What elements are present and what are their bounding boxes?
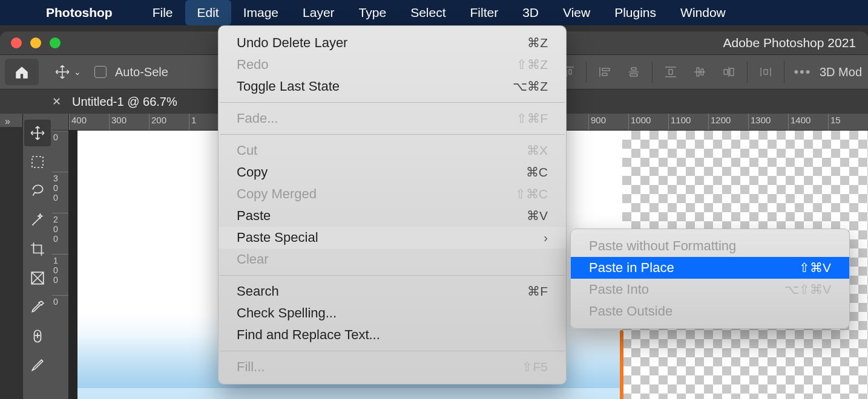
- ruler-tick: 300: [109, 114, 149, 130]
- menu-item-toggle-last-state[interactable]: Toggle Last State⌥⌘Z: [219, 76, 566, 97]
- ruler-origin[interactable]: [52, 114, 69, 131]
- ruler-tick: 15: [828, 114, 868, 130]
- distribute-spacing-icon[interactable]: [751, 60, 780, 84]
- menu-item-label: Paste without Formatting: [589, 238, 736, 254]
- menubar-item-3d[interactable]: 3D: [510, 0, 551, 25]
- menu-item-label: Paste in Place: [589, 260, 674, 276]
- menubar-item-window[interactable]: Window: [668, 0, 738, 25]
- menu-item-label: Cut: [237, 143, 257, 158]
- menu-item-check-spelling[interactable]: Check Spelling...: [219, 302, 566, 324]
- ruler-tick: 0: [52, 295, 68, 336]
- menu-item-shortcut: ⌘X: [527, 143, 548, 158]
- menu-separator: [220, 102, 565, 103]
- menu-item-shortcut: ⌘C: [526, 165, 548, 180]
- brush-tool[interactable]: [24, 352, 51, 378]
- align-center-h-icon[interactable]: [619, 60, 648, 84]
- ruler-tick: 1200: [708, 114, 748, 130]
- paste-special-submenu: Paste without FormattingPaste in Place⇧⌘…: [570, 229, 850, 329]
- menu-item-paste-in-place[interactable]: Paste in Place⇧⌘V: [571, 257, 849, 279]
- menu-item-shortcut: ⇧⌘C: [515, 187, 548, 201]
- menubar-item-file[interactable]: File: [140, 0, 185, 25]
- menu-item-shortcut: ⌥⇧⌘V: [784, 282, 831, 297]
- document-tab-close[interactable]: ✕: [52, 95, 61, 108]
- app-name[interactable]: Photoshop: [46, 5, 113, 20]
- home-button[interactable]: [5, 59, 39, 85]
- menu-item-shortcut: ⇧⌘F: [516, 111, 548, 126]
- menu-item-label: Fill...: [237, 359, 265, 375]
- menu-item-paste-special[interactable]: Paste Special›: [219, 227, 566, 248]
- menu-item-fill: Fill...⇧F5: [219, 356, 566, 378]
- menubar-item-image[interactable]: Image: [231, 0, 291, 25]
- menu-item-shortcut: ⇧⌘V: [799, 261, 831, 275]
- ruler-tick: 400: [69, 114, 109, 130]
- menu-separator: [220, 134, 565, 135]
- menu-item-paste-outside: Paste Outside: [571, 300, 849, 322]
- ruler-tick: 900: [588, 114, 628, 130]
- menu-item-shortcut: ⌘V: [527, 209, 548, 223]
- distribute-bottom-icon[interactable]: [714, 60, 743, 84]
- panel-collapse-strip[interactable]: »: [0, 114, 23, 127]
- menubar-item-select[interactable]: Select: [398, 0, 458, 25]
- menu-item-label: Check Spelling...: [237, 305, 337, 321]
- active-tool-indicator[interactable]: ⌄: [54, 64, 81, 80]
- menu-item-shortcut: ⇧F5: [522, 360, 548, 374]
- menu-item-undo-delete-layer[interactable]: Undo Delete Layer⌘Z: [219, 32, 566, 54]
- lasso-tool[interactable]: [24, 178, 51, 204]
- chevron-right-icon: ›: [544, 231, 548, 245]
- window-zoom-button[interactable]: [50, 37, 61, 48]
- menu-item-label: Clear: [237, 251, 269, 267]
- magic-wand-tool[interactable]: [24, 207, 51, 233]
- menu-item-find-and-replace-text[interactable]: Find and Replace Text...: [219, 324, 566, 346]
- move-tool[interactable]: [24, 120, 51, 146]
- menubar-item-type[interactable]: Type: [347, 0, 399, 25]
- crop-tool[interactable]: [24, 236, 51, 262]
- align-left-icon[interactable]: [590, 60, 619, 84]
- marquee-tool[interactable]: [24, 149, 51, 175]
- menubar-item-layer[interactable]: Layer: [291, 0, 347, 25]
- menu-item-paste-into: Paste Into⌥⇧⌘V: [571, 279, 849, 300]
- window-traffic-lights: [11, 37, 61, 48]
- auto-select-label: Auto-Sele: [115, 65, 168, 79]
- menubar-item-filter[interactable]: Filter: [458, 0, 511, 25]
- distribute-middle-icon[interactable]: [685, 60, 714, 84]
- frame-tool[interactable]: [24, 265, 51, 291]
- menu-item-label: Paste: [237, 208, 271, 224]
- healing-brush-tool[interactable]: [24, 323, 51, 349]
- menu-item-shortcut: ⌘Z: [527, 36, 548, 50]
- menu-item-redo: Redo⇧⌘Z: [219, 54, 566, 76]
- menu-item-label: Toggle Last State: [237, 79, 340, 94]
- ruler-tick: 1000: [628, 114, 668, 130]
- svg-rect-0: [32, 157, 43, 167]
- menubar-item-view[interactable]: View: [551, 0, 602, 25]
- menu-item-copy-merged: Copy Merged⇧⌘C: [219, 183, 566, 205]
- menu-item-label: Redo: [237, 57, 269, 73]
- chevron-down-icon[interactable]: ⌄: [74, 67, 81, 77]
- menu-item-shortcut: ⌥⌘Z: [513, 79, 548, 94]
- menu-item-label: Copy Merged: [237, 186, 317, 202]
- distribute-top-icon[interactable]: [656, 60, 685, 84]
- menu-item-paste[interactable]: Paste⌘V: [219, 205, 566, 227]
- ruler-tick: 100: [52, 254, 68, 295]
- menubar-item-edit[interactable]: Edit: [185, 0, 231, 25]
- auto-select-checkbox[interactable]: [94, 66, 107, 78]
- selection-edge-indicator: [620, 330, 623, 399]
- 3d-mode-label[interactable]: 3D Mod: [820, 65, 862, 79]
- menu-item-label: Paste Into: [589, 282, 649, 297]
- eyedropper-tool[interactable]: [24, 294, 51, 320]
- window-close-button[interactable]: [11, 37, 22, 48]
- menu-item-label: Fade...: [237, 111, 278, 126]
- menubar-item-plugins[interactable]: Plugins: [602, 0, 668, 25]
- menu-item-paste-without-formatting: Paste without Formatting: [571, 235, 849, 257]
- vertical-ruler[interactable]: 03002001000: [52, 131, 69, 399]
- menu-item-fade: Fade...⇧⌘F: [219, 108, 566, 129]
- menu-item-shortcut: ⌘F: [527, 284, 548, 299]
- menu-item-search[interactable]: Search⌘F: [219, 281, 566, 302]
- ruler-tick: 200: [149, 114, 189, 130]
- menu-item-label: Copy: [237, 164, 268, 180]
- menu-item-copy[interactable]: Copy⌘C: [219, 161, 566, 183]
- document-tab-title[interactable]: Untitled-1 @ 66.7%: [72, 95, 177, 109]
- more-options-button[interactable]: •••: [788, 60, 817, 84]
- menu-separator: [220, 351, 565, 351]
- window-minimize-button[interactable]: [30, 37, 41, 48]
- ruler-tick: 1100: [668, 114, 708, 130]
